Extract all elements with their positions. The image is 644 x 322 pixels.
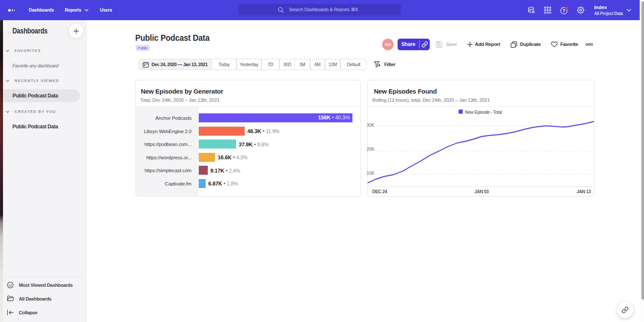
- svg-text:?: ?: [562, 8, 565, 13]
